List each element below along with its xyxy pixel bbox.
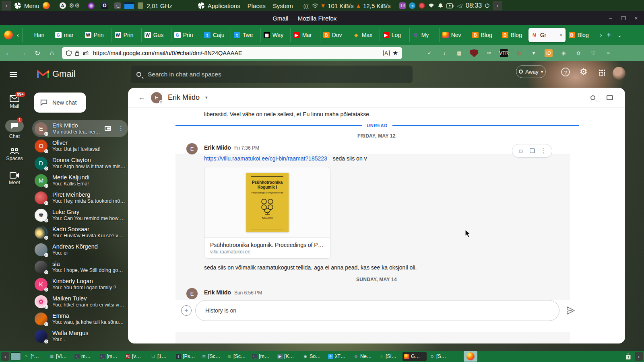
win-terminal-3[interactable]: ›_ [m… bbox=[250, 352, 275, 361]
chat-luke-gray[interactable]: ✾ Luke Gray You: Can You remind me how … bbox=[32, 206, 128, 224]
audio-mixer-tray-icon[interactable]: ‖·‖ bbox=[399, 2, 406, 9]
system-menu[interactable]: System bbox=[273, 2, 293, 9]
win-ne[interactable]: ◍ Ne… bbox=[352, 352, 376, 361]
new-chat-button[interactable]: New chat bbox=[34, 93, 86, 113]
win-screenshot-1[interactable]: ⬒ [Sc… bbox=[200, 352, 224, 361]
win-terminal-2[interactable]: ›_ [m… bbox=[98, 352, 122, 361]
tab-wikipedia-prin2[interactable]: W Prin bbox=[111, 28, 141, 42]
back-button[interactable]: ← bbox=[4, 49, 13, 57]
tab-han[interactable]: Han bbox=[22, 28, 52, 42]
paw-icon[interactable]: ✿ bbox=[574, 49, 582, 57]
globe-icon[interactable]: ◉ bbox=[559, 49, 568, 57]
translate-icon[interactable]: A bbox=[383, 50, 390, 56]
sidebar-item-spaces[interactable]: Spaces bbox=[0, 147, 29, 161]
add-attachment-icon[interactable]: + bbox=[181, 305, 192, 316]
url-input[interactable] bbox=[92, 49, 380, 57]
tab-blogger-blog2[interactable]: B Blog bbox=[499, 28, 528, 42]
tab-close-icon[interactable]: × bbox=[559, 32, 563, 38]
firefox-launcher-icon[interactable] bbox=[43, 2, 50, 9]
settings-gears-icon[interactable]: ⚙⚙ bbox=[69, 2, 80, 9]
chat-merle-kaljundi[interactable]: M Merle Kaljundi You: Kallis Ema! bbox=[32, 172, 128, 189]
open-in-popup-icon[interactable] bbox=[105, 126, 111, 131]
conversation-search-icon[interactable] bbox=[590, 95, 595, 100]
win-calc[interactable]: ▦ [Vi… bbox=[47, 352, 72, 361]
pocket-icon[interactable]: ✓ bbox=[425, 49, 433, 57]
send-icon[interactable] bbox=[566, 306, 576, 315]
win-firefox-gmail[interactable]: G… bbox=[402, 352, 427, 361]
app-menu-icon[interactable]: ≡ bbox=[604, 49, 612, 57]
applications-menu-icon[interactable] bbox=[198, 2, 204, 9]
tab-youtube-log[interactable]: ▶ Log bbox=[380, 28, 409, 42]
close-button[interactable]: × bbox=[634, 15, 638, 21]
emoji-reaction-icon[interactable]: ☺ bbox=[518, 148, 524, 154]
win-screenshot-2[interactable]: ▦ [Sc… bbox=[225, 352, 249, 361]
tab-list-dropdown-icon[interactable]: ⌄ bbox=[617, 32, 622, 38]
ublock-shield-icon[interactable]: 17 bbox=[470, 49, 478, 57]
tab-twitter-caju[interactable]: t Caju bbox=[201, 28, 231, 42]
opera-icon[interactable]: O bbox=[101, 2, 108, 9]
workspace-switcher[interactable] bbox=[10, 352, 21, 360]
fireshot-icon[interactable]: ▼ bbox=[530, 49, 538, 57]
distro-menu-icon[interactable] bbox=[14, 2, 21, 9]
panel-collapse-left-button[interactable]: ‹ bbox=[2, 1, 11, 10]
tab-google-mar[interactable]: G mar bbox=[52, 28, 82, 42]
chat-maiken-tulev[interactable]: ✿ Maiken Tulev You: htkel enam eriti ei … bbox=[32, 293, 128, 310]
tab-gmail-active[interactable]: M Gr × bbox=[528, 28, 566, 42]
win-ps[interactable]: ▮ [Ps… bbox=[174, 352, 198, 361]
tab-wikipedia-gus[interactable]: W Gus bbox=[141, 28, 171, 42]
taskbar-collapse-right-button[interactable]: › bbox=[635, 352, 643, 361]
message-more-icon[interactable]: ⋮ bbox=[540, 147, 546, 154]
search-input[interactable] bbox=[147, 70, 407, 78]
permissions-icon[interactable] bbox=[83, 51, 89, 55]
message-input-pill[interactable] bbox=[195, 300, 559, 321]
tab-scroll-right-icon[interactable]: › bbox=[600, 32, 602, 38]
tab-blogger-dov[interactable]: B Dov bbox=[320, 28, 350, 42]
search-bar[interactable] bbox=[131, 66, 413, 83]
url-bar[interactable]: A ★ bbox=[62, 47, 402, 59]
vtr-icon[interactable]: VTR bbox=[500, 49, 508, 57]
sidebar-item-meet[interactable]: Meet bbox=[0, 172, 29, 185]
chat-piret-meinberg[interactable]: Piret Meinberg You: Hey, mida Sa tookord… bbox=[32, 189, 128, 206]
tab-max[interactable]: ◆ Max bbox=[350, 28, 380, 42]
chat-emma[interactable]: Emma You: wau, ja kohe tuli ka sõnu… bbox=[32, 310, 128, 327]
tor-browser-icon[interactable] bbox=[88, 2, 95, 9]
lock-icon[interactable] bbox=[75, 50, 79, 56]
places-menu[interactable]: Places bbox=[248, 2, 266, 9]
js-scissors-icon[interactable]: ✂ bbox=[485, 49, 493, 57]
tab-firefox-nev[interactable]: Nev bbox=[439, 28, 469, 42]
tab-blogger-blog3[interactable]: B Blog bbox=[566, 28, 595, 42]
terminal-launcher-icon[interactable]: ›_ bbox=[114, 2, 121, 9]
tab-wayback-way[interactable]: ▦ Way bbox=[260, 28, 290, 42]
chat-andreas-korgend[interactable]: Andreas Kõrgend You: ei bbox=[32, 241, 128, 258]
win-folder[interactable]: ❏ [1… bbox=[149, 352, 173, 361]
open-chat-window-icon[interactable] bbox=[607, 95, 613, 100]
like-icon[interactable]: ♡ bbox=[589, 49, 597, 57]
window-titlebar[interactable]: Gmail — Mozilla Firefox – ❐ × bbox=[0, 11, 644, 25]
new-tab-button[interactable]: + bbox=[607, 31, 611, 39]
account-avatar[interactable] bbox=[613, 67, 625, 80]
reply-in-thread-icon[interactable]: ❏ bbox=[529, 147, 535, 154]
win-terminal-1[interactable]: ›_ m… bbox=[73, 352, 97, 361]
chat-sia[interactable]: sia You: I hope, We Still doing goo… bbox=[32, 258, 128, 276]
panel-clock[interactable]: 08:33 bbox=[466, 2, 482, 9]
tracking-shield-icon[interactable] bbox=[66, 50, 72, 56]
link-preview-card[interactable]: Psühhotroonika Kogumik I Proceedings of … bbox=[204, 167, 330, 259]
win-player[interactable]: ▶ [K… bbox=[276, 352, 300, 361]
restore-button[interactable]: ❐ bbox=[621, 15, 626, 21]
sidebar-item-chat[interactable]: 1 Chat bbox=[0, 120, 29, 139]
notes-icon[interactable]: ▤ bbox=[455, 49, 463, 57]
status-selector[interactable]: Away ▾ bbox=[516, 65, 546, 78]
chat-donna-clayton[interactable]: D Donna Clayton You: Argh how is it that… bbox=[32, 154, 128, 172]
win-telegram[interactable]: ✈ λT… bbox=[326, 352, 351, 361]
volume-muted-icon[interactable]: ◁/ bbox=[457, 3, 462, 9]
win-filezilla[interactable]: Fz [v… bbox=[124, 352, 148, 361]
win-opera[interactable]: O [S… bbox=[428, 352, 452, 361]
wifi-tray-icon[interactable] bbox=[428, 3, 434, 8]
message-input[interactable] bbox=[204, 307, 550, 314]
id-icon[interactable]: iD bbox=[545, 49, 553, 57]
tab-youtube-mar[interactable]: ▶ Mar bbox=[290, 28, 320, 42]
bookmark-star-icon[interactable]: ★ bbox=[393, 49, 398, 57]
trash-icon[interactable] bbox=[625, 353, 632, 360]
chat-waffa-margus[interactable]: Waffa Margus You: . bbox=[32, 327, 128, 345]
win-gedit[interactable]: ✎ [*… bbox=[22, 352, 46, 361]
